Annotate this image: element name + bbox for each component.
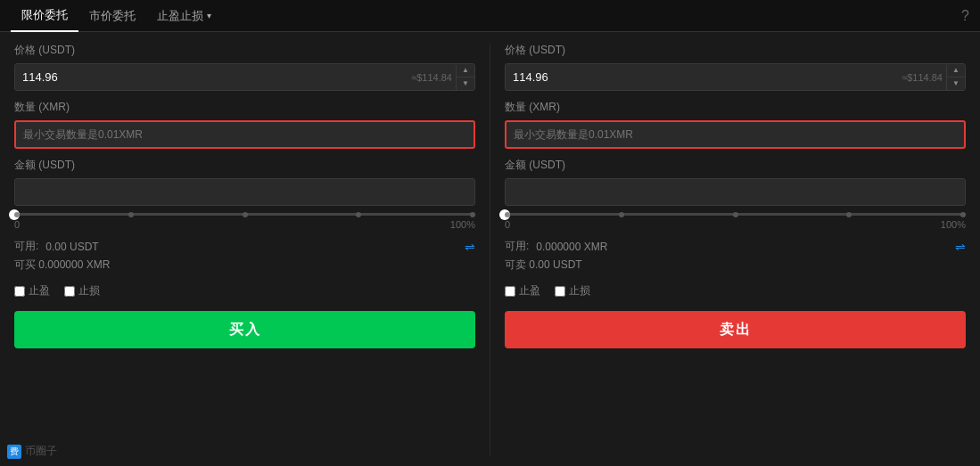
qty-input-wrapper-right: [505, 120, 966, 149]
watermark-text: 币圈子: [25, 444, 57, 459]
amount-label-left: 金额 (USDT): [14, 158, 475, 173]
dot-25-right: [619, 212, 624, 217]
stop-loss-input-right[interactable]: [555, 286, 565, 297]
spin-down-left[interactable]: ▼: [457, 78, 474, 90]
slider-section-left: 0 100%: [14, 213, 475, 230]
tab-market-order[interactable]: 市价委托: [78, 0, 146, 32]
spin-down-right[interactable]: ▼: [947, 78, 965, 90]
dot-100-right: [960, 212, 966, 217]
stop-row-left: 止盈 止损: [14, 283, 475, 298]
slider-min-right: 0: [505, 219, 510, 230]
help-icon[interactable]: ?: [961, 8, 969, 24]
stop-profit-checkbox-left[interactable]: 止盈: [14, 283, 50, 298]
sell-button[interactable]: 卖出: [505, 311, 966, 348]
tab-limit-order[interactable]: 限价委托: [11, 0, 78, 32]
available-row-right: 可用: 0.000000 XMR ⇌: [505, 239, 966, 254]
dot-25-left: [128, 212, 134, 217]
can-buy-value-left: 0.000000 XMR: [38, 258, 110, 271]
price-input-wrapper-left: ≈$114.84 ▲ ▼: [14, 63, 475, 91]
stop-profit-checkbox-right[interactable]: 止盈: [505, 283, 540, 298]
stop-row-right: 止盈 止损: [505, 283, 966, 298]
buy-panel: 价格 (USDT) ≈$114.84 ▲ ▼ 数量 (XMR) 金额 (USDT…: [0, 43, 490, 455]
can-sell-value-right: 0.00 USDT: [529, 258, 581, 271]
price-approx-right: ≈$114.84: [902, 72, 946, 83]
available-row-left: 可用: 0.00 USDT ⇌: [14, 239, 475, 254]
tab-stop-order[interactable]: 止盈止损 ▾: [146, 0, 222, 32]
dot-75-left: [356, 212, 361, 217]
price-label-right: 价格 (USDT): [505, 43, 966, 58]
slider-max-left: 100%: [450, 219, 475, 230]
dot-50-right: [733, 212, 738, 217]
amount-input-wrapper-left: [14, 178, 475, 206]
watermark: 费 币圈子: [7, 444, 57, 459]
qty-input-wrapper-left: [14, 120, 475, 149]
transfer-icon-right[interactable]: ⇌: [955, 240, 966, 254]
sell-panel: 价格 (USDT) ≈$114.84 ▲ ▼ 数量 (XMR) 金额 (USDT…: [490, 43, 980, 455]
amount-input-right[interactable]: [506, 179, 965, 205]
price-input-wrapper-right: ≈$114.84 ▲ ▼: [505, 63, 966, 91]
slider-thumb-right[interactable]: [499, 209, 510, 220]
can-buy-row-left: 可买 0.000000 XMR: [14, 258, 475, 273]
slider-dots-right: [505, 212, 966, 217]
stop-profit-label-left: 止盈: [29, 283, 50, 298]
available-value-left: 0.00 USDT: [45, 241, 98, 253]
slider-dots-left: [14, 212, 475, 217]
available-value-right: 0.000000 XMR: [536, 241, 607, 253]
stop-profit-input-left[interactable]: [14, 286, 25, 297]
amount-input-wrapper-right: [505, 178, 966, 206]
available-label-right: 可用:: [505, 239, 529, 254]
spin-buttons-right: ▲ ▼: [946, 65, 965, 90]
can-buy-label-left: 可买: [14, 258, 36, 271]
spin-up-left[interactable]: ▲: [457, 65, 474, 78]
slider-track-left: [14, 213, 475, 216]
stop-loss-checkbox-left[interactable]: 止损: [64, 283, 100, 298]
dot-75-right: [846, 212, 852, 217]
top-bar: 限价委托 市价委托 止盈止损 ▾ ?: [0, 0, 980, 32]
price-label-left: 价格 (USDT): [14, 43, 475, 58]
stop-loss-label-right: 止损: [569, 283, 590, 298]
slider-thumb-left[interactable]: [9, 209, 20, 220]
stop-profit-label-right: 止盈: [519, 283, 540, 298]
price-approx-left: ≈$114.84: [411, 72, 456, 83]
stop-loss-input-left[interactable]: [64, 286, 75, 297]
spin-up-right[interactable]: ▲: [947, 65, 965, 78]
available-label-left: 可用:: [14, 239, 38, 254]
qty-label-right: 数量 (XMR): [505, 100, 966, 115]
spin-buttons-left: ▲ ▼: [456, 65, 474, 90]
slider-labels-right: 0 100%: [505, 219, 966, 230]
dot-50-left: [243, 212, 248, 217]
qty-input-right[interactable]: [506, 122, 964, 147]
qty-label-left: 数量 (XMR): [14, 100, 475, 115]
transfer-icon-left[interactable]: ⇌: [465, 240, 475, 254]
qty-input-left[interactable]: [16, 122, 474, 147]
stop-loss-checkbox-right[interactable]: 止损: [555, 283, 590, 298]
dot-100-left: [470, 212, 475, 217]
buy-button[interactable]: 买入: [14, 311, 475, 348]
stop-profit-input-right[interactable]: [505, 286, 515, 297]
watermark-icon: 费: [7, 445, 21, 459]
amount-label-right: 金额 (USDT): [505, 158, 966, 173]
price-input-right[interactable]: [506, 64, 902, 90]
main-content: 价格 (USDT) ≈$114.84 ▲ ▼ 数量 (XMR) 金额 (USDT…: [0, 32, 980, 466]
can-sell-label-right: 可卖: [505, 258, 526, 271]
stop-loss-label-left: 止损: [78, 283, 100, 298]
slider-track-right: [505, 213, 966, 216]
price-input-left[interactable]: [15, 64, 411, 90]
slider-min-left: 0: [14, 219, 20, 230]
slider-max-right: 100%: [941, 219, 966, 230]
slider-labels-left: 0 100%: [14, 219, 475, 230]
amount-input-left[interactable]: [15, 179, 474, 205]
slider-section-right: 0 100%: [505, 213, 966, 230]
chevron-down-icon: ▾: [207, 11, 211, 20]
can-sell-row-right: 可卖 0.00 USDT: [505, 258, 966, 273]
